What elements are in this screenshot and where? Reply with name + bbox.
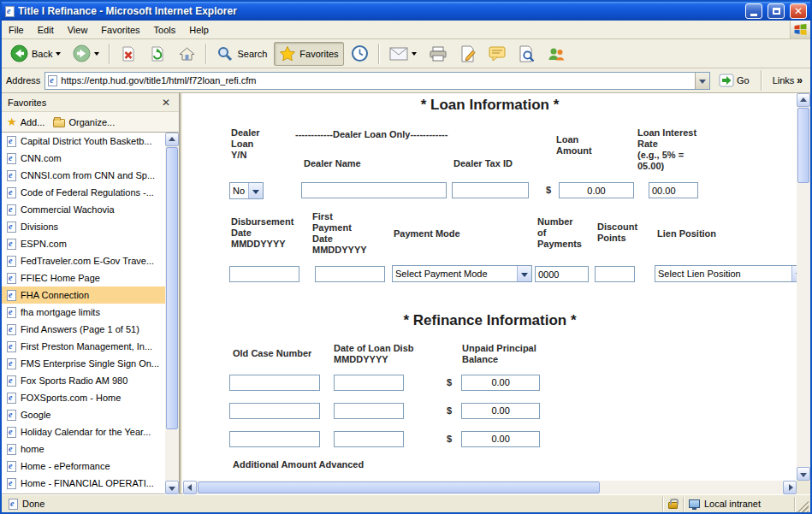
add-favorite-button[interactable]: ★ Add... bbox=[7, 116, 44, 127]
scroll-left-button[interactable] bbox=[183, 481, 197, 494]
dealer-name-input[interactable] bbox=[301, 182, 447, 198]
refresh-icon bbox=[149, 45, 166, 62]
favorites-button[interactable]: Favorites bbox=[274, 42, 343, 66]
mail-dropdown-icon[interactable] bbox=[412, 52, 417, 58]
old-case-number-input[interactable] bbox=[229, 431, 320, 447]
favorite-item[interactable]: FMS Enterprise Single Sign On... bbox=[2, 355, 165, 372]
ie-page-icon bbox=[7, 290, 16, 301]
favorite-item[interactable]: Home - ePeformance bbox=[2, 458, 165, 475]
dealer-loan-select[interactable]: No bbox=[229, 182, 264, 199]
disbursement-date-input[interactable] bbox=[229, 266, 299, 282]
refinance-row: $ bbox=[229, 430, 540, 447]
minimize-icon bbox=[750, 14, 757, 16]
unpaid-principal-balance-input[interactable] bbox=[461, 403, 540, 419]
favorite-item[interactable]: CNN.com bbox=[2, 150, 165, 167]
date-of-loan-disb-input[interactable] bbox=[334, 375, 404, 391]
scroll-right-button[interactable] bbox=[783, 481, 797, 494]
back-dropdown-icon[interactable] bbox=[56, 52, 61, 58]
home-button[interactable] bbox=[173, 42, 201, 66]
discount-points-label: Discount Points bbox=[597, 222, 637, 244]
scrollbar-thumb[interactable] bbox=[198, 482, 600, 493]
discount-points-input[interactable] bbox=[595, 266, 635, 282]
menu-item-tools[interactable]: Tools bbox=[147, 22, 183, 38]
favorite-item[interactable]: Holiday Calendar for the Year... bbox=[2, 423, 165, 440]
payment-mode-value: Select Payment Mode bbox=[395, 269, 517, 279]
number-of-payments-input[interactable] bbox=[535, 266, 589, 282]
menu-item-edit[interactable]: Edit bbox=[31, 22, 61, 38]
favorite-item[interactable]: Home - FINANCIAL OPERATI... bbox=[2, 475, 165, 492]
favorite-item[interactable]: CNNSI.com from CNN and Sp... bbox=[2, 167, 165, 184]
favorite-item[interactable]: Commercial Wachovia bbox=[2, 201, 165, 218]
scroll-down-button[interactable] bbox=[797, 467, 810, 481]
go-button[interactable]: Go bbox=[714, 73, 754, 88]
loan-amount-input[interactable] bbox=[559, 182, 634, 198]
stop-button[interactable] bbox=[115, 42, 142, 66]
dropdown-button[interactable] bbox=[248, 183, 263, 198]
menu-item-file[interactable]: File bbox=[2, 22, 31, 38]
favorite-item[interactable]: FFIEC Home Page bbox=[2, 269, 165, 287]
scrollbar-thumb[interactable] bbox=[797, 108, 809, 183]
content-vertical-scrollbar[interactable] bbox=[797, 93, 810, 481]
forward-dropdown-icon[interactable] bbox=[94, 52, 99, 58]
favorite-item[interactable]: home bbox=[2, 440, 165, 458]
date-of-loan-disb-input[interactable] bbox=[334, 431, 404, 447]
links-button[interactable]: Links » bbox=[769, 74, 806, 86]
resize-grip[interactable] bbox=[797, 500, 809, 512]
unpaid-principal-balance-input[interactable] bbox=[461, 431, 540, 447]
search-button[interactable]: Search bbox=[211, 42, 272, 66]
favorites-close-icon[interactable]: ✕ bbox=[159, 97, 173, 108]
discuss-button[interactable] bbox=[483, 42, 511, 65]
favorite-item[interactable]: FHA Connection bbox=[2, 287, 165, 304]
favorite-item[interactable]: FOXSports.com - Home bbox=[2, 389, 165, 406]
scroll-down-button[interactable] bbox=[165, 481, 179, 494]
dealer-tax-id-input[interactable] bbox=[452, 182, 529, 198]
stop-icon bbox=[120, 45, 137, 62]
unpaid-principal-balance-input[interactable] bbox=[461, 375, 540, 391]
messenger-button[interactable] bbox=[542, 42, 571, 66]
history-button[interactable] bbox=[346, 41, 374, 66]
date-of-loan-disb-input[interactable] bbox=[334, 403, 404, 419]
favorite-item[interactable]: ESPN.com bbox=[2, 235, 165, 252]
favorite-item-label: Find Answers (Page 1 of 51) bbox=[21, 324, 139, 334]
close-button[interactable]: ✕ bbox=[790, 3, 807, 19]
content-horizontal-scrollbar[interactable] bbox=[183, 481, 797, 494]
old-case-number-input[interactable] bbox=[229, 403, 320, 419]
scroll-up-button[interactable] bbox=[797, 93, 810, 107]
favorite-item[interactable]: Code of Federal Regulations -... bbox=[2, 184, 165, 201]
lien-position-select[interactable]: Select Lien Position bbox=[655, 265, 797, 282]
old-case-number-input[interactable] bbox=[229, 375, 320, 391]
maximize-button[interactable] bbox=[768, 3, 785, 19]
favorite-item[interactable]: fha mortgage limits bbox=[2, 304, 165, 321]
refresh-button[interactable] bbox=[144, 42, 171, 66]
scrollbar-thumb[interactable] bbox=[166, 147, 178, 429]
favorites-scrollbar[interactable] bbox=[165, 133, 179, 494]
favorite-item[interactable]: First Preston Management, In... bbox=[2, 338, 165, 355]
payment-mode-select[interactable]: Select Payment Mode bbox=[392, 265, 532, 282]
forward-button[interactable] bbox=[68, 41, 104, 66]
minimize-button[interactable] bbox=[745, 3, 762, 19]
edit-button[interactable] bbox=[454, 42, 482, 66]
organize-favorites-button[interactable]: Organize... bbox=[53, 117, 115, 127]
mail-button[interactable] bbox=[384, 44, 422, 64]
back-button[interactable]: Back bbox=[5, 41, 66, 66]
research-button[interactable] bbox=[513, 42, 540, 66]
print-button[interactable] bbox=[424, 42, 453, 66]
dropdown-button[interactable] bbox=[517, 266, 531, 281]
favorite-item[interactable]: Find Answers (Page 1 of 51) bbox=[2, 321, 165, 338]
favorite-item[interactable]: Fox Sports Radio AM 980 bbox=[2, 372, 165, 389]
favorite-item[interactable]: Google bbox=[2, 406, 165, 423]
address-input[interactable]: https://entp.hud.gov/title1/html/f72loan… bbox=[44, 72, 710, 90]
menu-bar: FileEditViewFavoritesToolsHelp bbox=[2, 21, 810, 39]
address-url[interactable]: https://entp.hud.gov/title1/html/f72loan… bbox=[61, 75, 691, 86]
favorite-item[interactable]: FedTraveler.com E-Gov Trave... bbox=[2, 252, 165, 269]
menu-item-favorites[interactable]: Favorites bbox=[94, 22, 146, 38]
favorite-item[interactable]: Divisions bbox=[2, 218, 165, 235]
messenger-icon bbox=[547, 45, 566, 62]
loan-interest-rate-input[interactable] bbox=[649, 182, 698, 198]
menu-item-help[interactable]: Help bbox=[182, 22, 216, 38]
favorite-item[interactable]: Capital District Youth Basketb... bbox=[2, 133, 165, 150]
first-payment-date-input[interactable] bbox=[315, 266, 385, 282]
address-dropdown-button[interactable] bbox=[695, 73, 709, 89]
menu-item-view[interactable]: View bbox=[61, 22, 95, 38]
scroll-up-button[interactable] bbox=[165, 133, 179, 146]
